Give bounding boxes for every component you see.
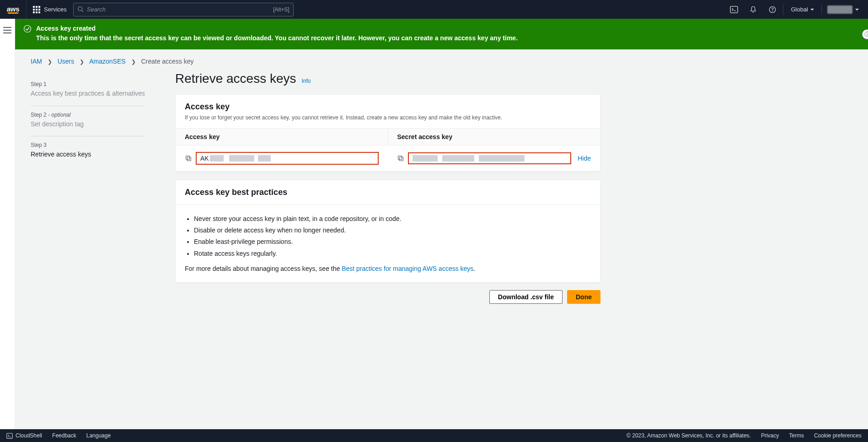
action-buttons: Download .csv file Done	[175, 290, 600, 304]
col-access-key: Access key	[176, 129, 388, 145]
list-item: Disable or delete access key when no lon…	[194, 225, 591, 236]
svg-line-1	[81, 10, 83, 12]
best-practices-more: For more details about managing access k…	[185, 265, 591, 272]
breadcrumb-users[interactable]: Users	[58, 58, 75, 65]
chevron-right-icon: ❯	[131, 59, 136, 65]
aws-logo[interactable]: aws	[0, 0, 27, 19]
best-practices-title: Access key best practices	[185, 188, 591, 197]
wizard-step-3-label: Step 3	[31, 142, 145, 148]
flash-title: Access key created	[36, 24, 518, 33]
flash-body: This is the only time that the secret ac…	[36, 33, 518, 43]
wizard-step-2[interactable]: Step 2 - optional Set description tag	[31, 106, 145, 137]
key-table-row: AK Hide	[176, 146, 600, 171]
access-key-panel-title: Access key	[185, 102, 591, 112]
global-nav: aws Services Search [Alt+S] Global	[0, 0, 868, 19]
chevron-right-icon: ❯	[48, 59, 52, 65]
wizard-step-1-title: Access key best practices & alternatives	[31, 89, 145, 98]
breadcrumb-user[interactable]: AmazonSES	[89, 58, 125, 65]
svg-point-0	[78, 7, 82, 11]
svg-point-6	[24, 26, 31, 32]
secret-key-value-redacted	[408, 152, 571, 164]
wizard-step-3-title: Retrieve access keys	[31, 150, 145, 159]
page-title: Retrieve access keys	[175, 71, 296, 86]
svg-rect-9	[399, 157, 403, 161]
info-link[interactable]: Info	[301, 78, 311, 84]
svg-rect-8	[186, 156, 190, 160]
search-shortcut: [Alt+S]	[273, 6, 289, 13]
access-key-cell: AK	[176, 146, 388, 171]
search-box[interactable]: Search [Alt+S]	[73, 3, 294, 16]
chevron-right-icon: ❯	[80, 59, 84, 65]
search-placeholder: Search	[87, 6, 273, 13]
main-content: Retrieve access keys Info Access key If …	[175, 71, 600, 304]
access-key-panel: Access key If you lose or forget your se…	[175, 94, 600, 172]
services-menu[interactable]: Services	[27, 6, 73, 13]
access-key-panel-sub: If you lose or forget your secret access…	[185, 114, 591, 121]
col-secret-key: Secret access key	[388, 129, 600, 145]
best-practices-list: Never store your access key in plain tex…	[194, 213, 591, 259]
wizard-step-2-title: Set description tag	[31, 120, 145, 129]
done-button[interactable]: Done	[567, 290, 600, 304]
copy-icon[interactable]	[397, 155, 404, 162]
success-check-icon	[23, 25, 32, 33]
account-menu[interactable]	[823, 5, 863, 14]
flash-success: Access key created This is the only time…	[15, 19, 868, 49]
svg-point-5	[772, 11, 773, 11]
download-csv-button[interactable]: Download .csv file	[489, 290, 563, 304]
list-item: Enable least-privilege permissions.	[194, 236, 591, 248]
breadcrumb: IAM ❯ Users ❯ AmazonSES ❯ Create access …	[31, 58, 841, 71]
best-practices-panel: Access key best practices Never store yo…	[175, 180, 600, 283]
best-practices-doc-link[interactable]: Best practices for managing AWS access k…	[342, 265, 473, 272]
breadcrumb-iam[interactable]: IAM	[31, 58, 42, 65]
region-label: Global	[791, 6, 808, 13]
wizard-step-1[interactable]: Step 1 Access key best practices & alter…	[31, 75, 145, 106]
hamburger-icon[interactable]	[3, 27, 11, 33]
svg-rect-7	[187, 157, 191, 161]
hide-secret-link[interactable]: Hide	[578, 155, 591, 162]
help-button[interactable]	[763, 0, 782, 19]
notifications-button[interactable]	[744, 0, 763, 19]
services-label: Services	[44, 6, 67, 13]
list-item: Never store your access key in plain tex…	[194, 213, 591, 225]
secret-key-cell: Hide	[388, 146, 600, 171]
wizard-step-2-label: Step 2 - optional	[31, 112, 145, 118]
wizard-step-1-label: Step 1	[31, 81, 145, 87]
access-key-value-redacted: AK	[196, 152, 379, 165]
account-name-redacted	[827, 5, 852, 14]
key-table-header: Access key Secret access key	[176, 129, 600, 146]
side-hamburger-rail	[0, 19, 15, 429]
search-icon	[77, 6, 84, 13]
cloudshell-button[interactable]	[724, 0, 744, 19]
breadcrumb-current: Create access key	[141, 58, 193, 65]
wizard-step-3[interactable]: Step 3 Retrieve access keys	[31, 136, 145, 167]
list-item: Rotate access keys regularly.	[194, 248, 591, 259]
copy-icon[interactable]	[185, 155, 192, 162]
svg-rect-2	[730, 6, 738, 12]
svg-rect-10	[398, 156, 402, 160]
wizard-steps: Step 1 Access key best practices & alter…	[31, 71, 145, 304]
region-selector[interactable]: Global	[784, 6, 820, 13]
services-grid-icon	[33, 6, 40, 13]
